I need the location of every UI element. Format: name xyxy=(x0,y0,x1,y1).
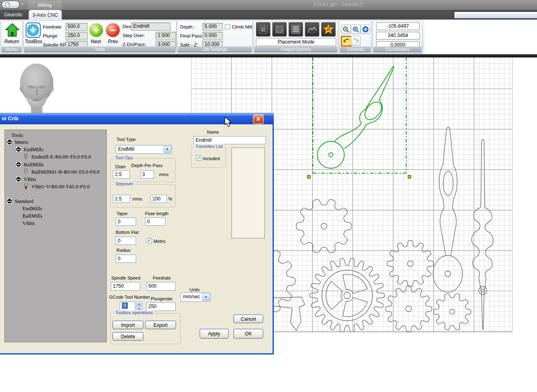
taper-field[interactable]: 0 xyxy=(116,218,136,226)
titlebar-input-pill[interactable] xyxy=(453,11,537,19)
selection-marquee[interactable] xyxy=(313,57,406,173)
quick-access-toolbar[interactable] xyxy=(2,1,20,9)
name-field[interactable]: Endmill xyxy=(194,136,266,144)
tree-item[interactable]: VBits xyxy=(15,176,36,183)
gear-spoke-window[interactable] xyxy=(326,281,343,310)
close-icon[interactable]: ✕ xyxy=(253,115,264,124)
tree-item[interactable]: EndMills xyxy=(15,146,43,153)
gear-center-hole[interactable] xyxy=(321,223,327,229)
hand-hub-circle[interactable] xyxy=(479,286,487,295)
raster-mode-icon[interactable] xyxy=(288,22,303,37)
gcode-spin-up-icon[interactable]: ▲ xyxy=(136,302,142,306)
text-art-mode-icon[interactable]: A xyxy=(321,22,336,37)
stepover-pct-field[interactable]: 100 xyxy=(150,195,167,203)
units-combo[interactable]: mm/sec ▼ xyxy=(180,293,211,302)
zoom-window-icon[interactable] xyxy=(351,24,361,34)
clock-hand-path[interactable] xyxy=(481,141,482,207)
next-tool-icon[interactable]: + xyxy=(89,23,103,37)
desc-field[interactable]: Endmill xyxy=(131,22,171,31)
gear-spoke-window[interactable] xyxy=(343,274,367,293)
zoom-in-icon[interactable] xyxy=(361,24,370,34)
bottom-flat-field[interactable]: 0 xyxy=(116,237,136,245)
gear-outline[interactable] xyxy=(387,240,434,287)
apply-button[interactable]: Apply xyxy=(200,329,229,339)
feedrate-field[interactable]: 500.0 xyxy=(66,23,88,31)
plunge-field[interactable]: 250.0 xyxy=(66,32,88,40)
relief-mode-icon[interactable] xyxy=(305,22,319,37)
tree-item[interactable]: EndMills xyxy=(22,205,42,212)
clock-hand-path[interactable] xyxy=(439,129,447,255)
gcode-tool-number-field[interactable]: 0 xyxy=(120,302,135,311)
hand-ellipse[interactable] xyxy=(433,255,462,292)
selection-handle[interactable] xyxy=(308,176,310,178)
menu-gearotic[interactable]: Gearotic xyxy=(4,12,22,18)
favorites-listbox[interactable] xyxy=(231,148,265,238)
toolbox-icon[interactable] xyxy=(26,22,41,38)
collapse-icon[interactable] xyxy=(15,176,22,182)
feedrate-dlg-field[interactable]: 500 xyxy=(146,282,176,291)
delete-button[interactable]: Delete xyxy=(112,332,143,341)
diam-field[interactable]: 2.5 xyxy=(113,170,130,178)
collapse-icon[interactable] xyxy=(15,146,22,152)
tool-type-combo[interactable]: EndMill ▼ xyxy=(116,145,172,154)
plungerate-field[interactable]: 250 xyxy=(146,302,176,311)
outline-mode-icon[interactable] xyxy=(256,22,271,37)
radius-field[interactable]: 0 xyxy=(116,255,136,263)
tree-item[interactable]: VBit1-V-R0.00-T45.0-F0.0 xyxy=(24,183,90,190)
depth-field[interactable]: 5.000 xyxy=(202,23,223,31)
collapse-icon[interactable] xyxy=(7,139,13,145)
climb-mill-checkbox[interactable] xyxy=(225,24,230,29)
gear-outline[interactable] xyxy=(385,286,432,332)
tree-item[interactable]: Standard xyxy=(7,198,33,205)
stepover-field[interactable]: 2.500 xyxy=(156,32,176,40)
qat-overflow-chevron[interactable]: » xyxy=(21,2,24,6)
gcode-selected-value: 0 xyxy=(122,302,128,309)
export-button[interactable]: Export xyxy=(145,321,176,329)
metric-checkbox[interactable]: ✓ xyxy=(147,238,152,243)
tool-tree-panel[interactable]: Tools MetricEndMillsEndmill-E-R0.00-T0.0… xyxy=(4,130,107,342)
tab-milling[interactable]: Milling xyxy=(28,1,62,10)
gear-rim[interactable] xyxy=(322,270,372,321)
stepover-mm-field[interactable]: 2.5 xyxy=(113,195,130,203)
tree-item[interactable]: Metric xyxy=(7,139,29,145)
return-button[interactable]: Return xyxy=(4,39,19,44)
collapse-icon[interactable] xyxy=(15,161,22,167)
gear-outline[interactable] xyxy=(310,258,385,332)
zoom-extents-icon[interactable] xyxy=(341,24,351,34)
import-button[interactable]: Import xyxy=(112,321,143,329)
gear-outline[interactable] xyxy=(434,294,471,330)
clock-hand-path[interactable] xyxy=(480,286,485,330)
tree-item[interactable]: BallMills xyxy=(22,212,42,219)
flute-length-field[interactable]: 0 xyxy=(145,218,165,226)
pocket-mode-icon[interactable] xyxy=(272,22,287,37)
units-dropdown-icon[interactable]: ▼ xyxy=(202,293,210,301)
tree-item[interactable]: BallMillM1-B-R0.00-T0.0-F0.0 xyxy=(24,168,99,175)
gear-outline[interactable] xyxy=(296,199,352,253)
gear-center-hole[interactable] xyxy=(344,292,350,299)
spindle-speed-field[interactable]: 1750 xyxy=(111,282,140,291)
clock-hand-path[interactable] xyxy=(472,207,481,286)
gear-spoke-window[interactable] xyxy=(343,297,367,317)
tree-item[interactable]: VBits xyxy=(22,220,35,227)
tool-type-dropdown-icon[interactable]: ▼ xyxy=(163,146,171,153)
tree-item[interactable]: BallMills xyxy=(15,161,44,168)
dialog-titlebar[interactable]: ol Crib ✕ xyxy=(0,113,274,124)
depth-per-pass-field[interactable]: 3 xyxy=(140,170,154,178)
cancel-button[interactable]: Cancel xyxy=(233,315,263,323)
selected-hand-hub[interactable] xyxy=(317,141,344,168)
ok-button[interactable]: OK xyxy=(233,329,263,339)
tree-item[interactable]: Endmill-E-R0.00-T0.0-F0.0 xyxy=(24,153,91,160)
tab-3axis-cnc[interactable]: 3-Axis CNC xyxy=(29,10,62,20)
redo-icon[interactable] xyxy=(351,36,361,46)
prev-tool-icon[interactable]: − xyxy=(106,23,120,37)
home-icon[interactable] xyxy=(5,23,19,37)
clock-hand-path[interactable] xyxy=(482,140,485,208)
undo-icon[interactable] xyxy=(341,36,352,46)
included-checkbox[interactable]: ✓ xyxy=(196,155,201,161)
gear-center-hole[interactable] xyxy=(406,306,412,312)
placement-mode-button[interactable]: Placement Mode xyxy=(256,38,336,46)
collapse-icon[interactable] xyxy=(7,198,13,204)
selection-handle[interactable] xyxy=(408,176,411,178)
selected-hand-hub[interactable] xyxy=(329,153,333,157)
final-pass-field[interactable]: 0.000 xyxy=(202,32,223,40)
